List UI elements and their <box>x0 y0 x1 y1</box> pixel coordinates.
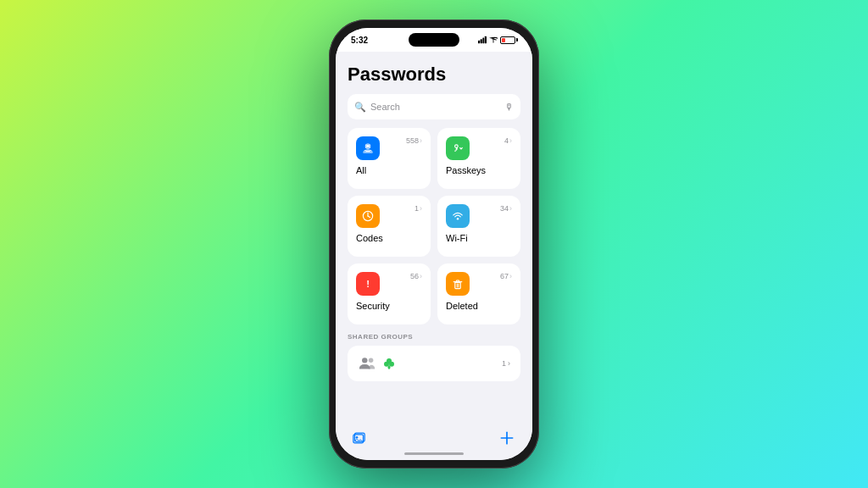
svg-rect-0 <box>478 41 480 43</box>
codes-icon <box>356 204 380 228</box>
page-title: Passwords <box>348 64 520 86</box>
grid-card-deleted[interactable]: 67 › Deleted <box>437 263 520 324</box>
security-count: 56 <box>410 272 419 280</box>
phone-frame: 5:32 <box>329 19 539 469</box>
svg-point-7 <box>366 145 370 148</box>
grid-card-passkeys[interactable]: 4 › Passkeys <box>437 128 520 189</box>
svg-line-11 <box>368 216 370 218</box>
clover-icon <box>381 356 397 371</box>
group-people-icon <box>358 354 376 373</box>
status-time: 5:32 <box>351 36 368 45</box>
grid-card-wifi[interactable]: 34 › Wi-Fi <box>437 196 520 257</box>
grid-card-codes[interactable]: 1 › Codes <box>348 196 431 257</box>
mic-icon[interactable]: 🎙 <box>504 102 514 112</box>
codes-count: 1 <box>415 204 419 213</box>
grid-card-security[interactable]: ! 56 › Security <box>348 263 431 324</box>
all-count: 558 <box>406 136 419 145</box>
shared-avatars <box>358 354 397 373</box>
passkeys-label: Passkeys <box>446 165 512 175</box>
codes-chevron: › <box>420 204 422 213</box>
svg-rect-15 <box>455 282 460 288</box>
deleted-chevron: › <box>509 272 512 280</box>
svg-point-27 <box>388 365 391 369</box>
photo-library-icon[interactable] <box>353 430 370 446</box>
svg-point-8 <box>455 145 457 147</box>
add-icon[interactable] <box>498 430 515 446</box>
svg-point-12 <box>457 218 459 219</box>
security-icon: ! <box>356 272 380 296</box>
main-content[interactable]: Passwords 🔍 Search 🎙 <box>336 52 532 423</box>
wifi-label: Wi-Fi <box>446 233 512 243</box>
svg-text:!: ! <box>366 279 370 289</box>
home-indicator <box>404 452 464 455</box>
svg-point-23 <box>369 358 374 363</box>
all-chevron: › <box>420 136 422 145</box>
search-placeholder: Search <box>370 102 500 112</box>
passkeys-count: 4 <box>504 136 509 145</box>
svg-rect-2 <box>482 38 484 44</box>
deleted-label: Deleted <box>446 301 512 311</box>
wifi-chevron: › <box>509 204 512 213</box>
grid-card-all[interactable]: 558 › All <box>348 128 431 189</box>
status-icons <box>478 36 515 44</box>
passkeys-chevron: › <box>509 136 512 145</box>
codes-label: Codes <box>356 233 422 243</box>
battery-icon <box>500 36 515 44</box>
deleted-icon <box>446 272 470 296</box>
phone-screen: 5:32 <box>336 28 532 460</box>
security-label: Security <box>356 301 422 311</box>
passkeys-icon <box>446 136 470 160</box>
all-icon <box>356 136 380 160</box>
all-label: All <box>356 165 422 175</box>
dynamic-island <box>409 33 459 47</box>
wifi-icon <box>446 204 470 228</box>
svg-rect-3 <box>485 36 487 43</box>
deleted-count: 67 <box>500 272 509 280</box>
svg-point-30 <box>356 436 359 439</box>
svg-rect-1 <box>481 39 482 43</box>
password-grid: 558 › All <box>348 128 520 324</box>
search-icon: 🔍 <box>354 102 366 113</box>
svg-point-22 <box>362 358 367 363</box>
svg-point-4 <box>492 42 493 42</box>
wifi-count: 34 <box>500 204 509 213</box>
shared-count: 1 › <box>502 359 510 368</box>
security-chevron: › <box>420 272 422 280</box>
signal-icon <box>478 36 487 44</box>
shared-groups-header: SHARED GROUPS <box>348 333 520 341</box>
wifi-status-icon <box>489 36 498 44</box>
search-bar[interactable]: 🔍 Search 🎙 <box>348 94 520 119</box>
shared-groups-row[interactable]: 1 › <box>348 346 520 381</box>
